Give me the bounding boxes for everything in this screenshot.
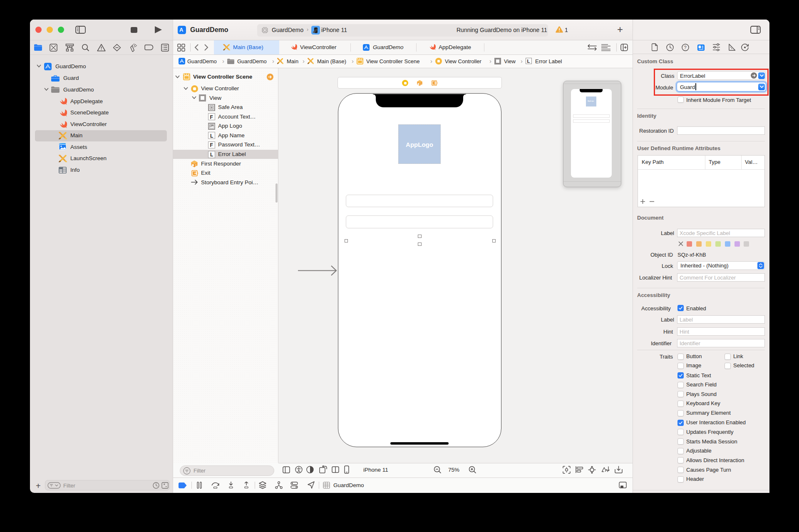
svg-text:?: ? <box>684 45 687 50</box>
svg-text:1: 1 <box>420 83 422 86</box>
svg-text:1: 1 <box>195 164 197 167</box>
